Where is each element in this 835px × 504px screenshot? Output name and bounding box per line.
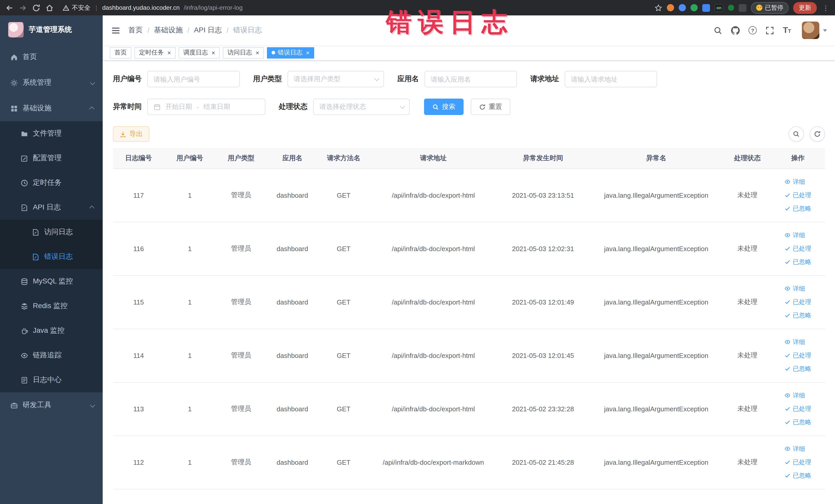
sidebar-item-java[interactable]: Java 监控	[0, 318, 103, 343]
process-status-select[interactable]: 请选择处理状态	[313, 99, 410, 115]
font-size-icon[interactable]: TT	[783, 26, 791, 35]
extension-green-icon[interactable]	[691, 4, 698, 11]
sidebar-logo[interactable]: 芋道管理系统	[0, 15, 103, 44]
tab-job[interactable]: 定时任务×	[135, 47, 176, 58]
detail-link[interactable]: 详细	[785, 335, 811, 349]
sidebar-item-home[interactable]: 首页	[0, 44, 103, 70]
user-id-label: 用户编号	[113, 75, 142, 84]
sidebar-item-error-log[interactable]: 错误日志	[0, 244, 103, 269]
sidebar-item-job[interactable]: 定时任务	[0, 170, 103, 195]
paused-badge[interactable]: 已暂停	[751, 2, 789, 14]
table-row: 1131管理员dashboardGET/api/infra/db-doc/exp…	[113, 382, 825, 436]
sidebar-item-trace[interactable]: 链路追踪	[0, 343, 103, 368]
ignored-link[interactable]: 已忽略	[785, 362, 811, 375]
sidebar-item-infra[interactable]: 基础设施	[0, 96, 103, 121]
sidebar-item-config[interactable]: 配置管理	[0, 146, 103, 170]
extension-sprout-icon[interactable]	[728, 5, 734, 11]
address-bar[interactable]: 不安全 | dashboard.yudao.iocoder.cn/infra/l…	[59, 3, 650, 12]
security-label: 不安全	[72, 3, 90, 12]
search-icon[interactable]	[714, 26, 722, 35]
table-row: 1141管理员dashboardGET/api/infra/db-doc/exp…	[113, 329, 825, 382]
breadcrumb-home[interactable]: 首页	[128, 26, 143, 35]
breadcrumb-infrastructure[interactable]: 基础设施	[154, 26, 183, 35]
reset-button[interactable]: 重置	[471, 99, 510, 115]
sidebar-item-log-center[interactable]: 日志中心	[0, 368, 103, 392]
ignored-link[interactable]: 已忽略	[785, 469, 811, 482]
sidebar-item-access-log[interactable]: 访问日志	[0, 220, 103, 244]
close-icon[interactable]: ×	[211, 49, 215, 56]
app-name-input[interactable]	[425, 71, 517, 87]
cell-method: GET	[318, 168, 369, 222]
eye-icon	[785, 285, 791, 292]
processed-link[interactable]: 已处理	[785, 295, 811, 309]
help-icon[interactable]: ?	[749, 26, 757, 35]
user-type-select[interactable]: 请选择用户类型	[287, 71, 384, 87]
detail-link[interactable]: 详细	[785, 228, 811, 242]
cell-user-id: 1	[164, 329, 216, 382]
extension-blue-icon[interactable]	[679, 4, 686, 11]
cell-url: /api/infra/db-doc/export-markdown	[369, 436, 497, 489]
hamburger-icon[interactable]	[111, 25, 121, 35]
check-icon	[785, 419, 791, 425]
exception-time-range-picker[interactable]: 开始日期 - 结束日期	[147, 99, 265, 115]
export-button[interactable]: 导出	[113, 126, 149, 142]
bookmark-star-icon[interactable]	[655, 4, 662, 12]
detail-link[interactable]: 详细	[785, 389, 811, 402]
extension-grid-icon[interactable]	[702, 4, 710, 12]
processed-link[interactable]: 已处理	[785, 188, 811, 202]
filter-user-id: 用户编号	[113, 71, 240, 87]
back-icon[interactable]	[5, 3, 14, 12]
update-button[interactable]: 更新	[793, 2, 817, 14]
close-icon[interactable]: ×	[256, 49, 259, 56]
github-icon[interactable]	[731, 26, 740, 35]
sidebar-item-dev-tools[interactable]: 研发工具	[0, 392, 103, 418]
extension-on-badge[interactable]: on	[715, 4, 724, 12]
processed-link[interactable]: 已处理	[785, 242, 811, 255]
cell-log-id: 114	[113, 329, 164, 382]
sidebar-item-redis[interactable]: Redis 监控	[0, 294, 103, 318]
close-icon[interactable]: ×	[167, 49, 171, 56]
tab-error-log[interactable]: 错误日志×	[267, 47, 314, 58]
check-icon	[785, 205, 791, 211]
search-button[interactable]: 搜索	[424, 99, 464, 115]
search-toggle-button[interactable]	[789, 126, 804, 142]
sidebar-item-label: 研发工具	[23, 401, 86, 410]
ignored-link[interactable]: 已忽略	[785, 309, 811, 322]
request-url-input[interactable]	[565, 71, 657, 87]
cell-status: 未处理	[724, 275, 771, 329]
security-chip[interactable]: 不安全	[63, 3, 90, 12]
sidebar-item-file[interactable]: 文件管理	[0, 121, 103, 146]
tab-job-log[interactable]: 调度日志×	[179, 47, 220, 58]
sidebar-item-api-log[interactable]: API 日志	[0, 195, 103, 220]
sidebar-item-system[interactable]: 系统管理	[0, 70, 103, 96]
detail-link[interactable]: 详细	[785, 175, 811, 188]
processed-link[interactable]: 已处理	[785, 402, 811, 416]
extension-orange-icon[interactable]	[667, 4, 674, 11]
user-menu[interactable]	[802, 22, 827, 39]
exception-time-label: 异常时间	[113, 102, 142, 112]
process-status-placeholder: 请选择处理状态	[319, 102, 366, 112]
detail-link[interactable]: 详细	[785, 282, 811, 295]
detail-link[interactable]: 详细	[785, 442, 811, 456]
tab-access-log[interactable]: 访问日志×	[223, 47, 264, 58]
sidebar-item-mysql[interactable]: MySQL 监控	[0, 269, 103, 294]
ignored-link[interactable]: 已忽略	[785, 255, 811, 268]
cell-time: 2021-05-03 23:13:51	[497, 168, 589, 222]
eye-icon	[21, 351, 28, 359]
processed-link[interactable]: 已处理	[785, 456, 811, 469]
coffee-icon	[21, 327, 28, 335]
extension-dark-icon[interactable]	[739, 4, 747, 12]
ignored-link[interactable]: 已忽略	[785, 416, 811, 429]
refresh-button[interactable]	[810, 126, 825, 142]
tab-home[interactable]: 首页	[110, 47, 131, 58]
ignored-link[interactable]: 已忽略	[785, 202, 811, 215]
user-id-input[interactable]	[147, 71, 240, 87]
reload-icon[interactable]	[32, 3, 41, 12]
close-icon[interactable]: ×	[306, 49, 309, 56]
forward-icon[interactable]	[19, 3, 27, 12]
browser-menu-icon[interactable]: ⋮	[821, 4, 830, 12]
home-icon[interactable]	[45, 3, 54, 12]
fullscreen-icon[interactable]	[766, 26, 774, 35]
processed-link[interactable]: 已处理	[785, 349, 811, 362]
breadcrumb-api-log[interactable]: API 日志	[194, 26, 222, 35]
